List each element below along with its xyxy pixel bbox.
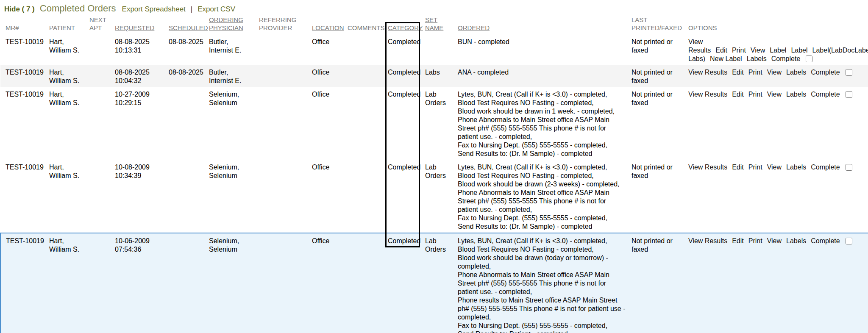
cell-last-printed-faxed: Not printed or faxed bbox=[629, 65, 686, 87]
cell-referring bbox=[256, 65, 309, 87]
ordered-item: Blood Test Requires NO Fasting - complet… bbox=[458, 172, 626, 180]
cell-set-name bbox=[423, 34, 455, 65]
column-header-ordering-physician[interactable]: ORDERING PHYSICIAN bbox=[206, 15, 256, 34]
cell-referring bbox=[256, 34, 309, 65]
column-header-label: REFERRING PROVIDER bbox=[259, 16, 296, 31]
hide-toggle-link[interactable]: Hide ( 7 ) bbox=[4, 5, 35, 14]
view-link[interactable]: View bbox=[751, 47, 765, 54]
ordered-item: Blood Test Requires NO Fasting - complet… bbox=[458, 99, 626, 107]
cell-patient: Hart, William S. bbox=[47, 34, 87, 65]
order-row[interactable]: TEST-10019Hart, William S.10-27-2009 10:… bbox=[0, 87, 868, 160]
column-header-ordered[interactable]: ORDERED bbox=[455, 15, 629, 34]
ordered-item: Fax to Nursing Dept. (555) 555-5555 - co… bbox=[458, 214, 626, 222]
cell-options: View ResultsEditPrintViewLabelLabelLabel… bbox=[686, 34, 868, 65]
edit-link[interactable]: Edit bbox=[732, 237, 744, 244]
complete-link[interactable]: Complete bbox=[811, 237, 840, 244]
edit-link[interactable]: Edit bbox=[732, 91, 744, 98]
column-header-category[interactable]: CATEGORY bbox=[385, 15, 423, 34]
view-link[interactable]: View bbox=[767, 69, 782, 76]
print-link[interactable]: Print bbox=[748, 91, 762, 98]
new-label-link[interactable]: New Label bbox=[710, 55, 742, 62]
column-header-label: MR# bbox=[6, 24, 19, 31]
ordered-item: Phone results to Main Street office ASAP… bbox=[458, 296, 626, 322]
labels-link[interactable]: Labels bbox=[786, 164, 806, 171]
export-links-divider: | bbox=[191, 5, 192, 14]
label-link[interactable]: Label bbox=[770, 47, 786, 54]
column-header-referring-provider: REFERRING PROVIDER bbox=[256, 15, 309, 34]
view-link[interactable]: View bbox=[767, 237, 782, 244]
cell-options: View ResultsEditPrintViewLabelsComplete bbox=[686, 160, 868, 233]
complete-checkbox[interactable] bbox=[846, 91, 852, 98]
view-results-link[interactable]: View Results bbox=[688, 237, 727, 244]
column-header-label[interactable]: SCHEDULED bbox=[169, 24, 208, 31]
ordered-item: Fax to Nursing Dept. (555) 555-5555 - co… bbox=[458, 141, 626, 150]
cell-last-printed-faxed: Not printed or faxed bbox=[629, 233, 686, 333]
complete-checkbox[interactable] bbox=[846, 69, 852, 76]
cell-ordered: Lytes, BUN, Creat (Call if K+ is <3.0) -… bbox=[455, 160, 629, 233]
export-csv-link[interactable]: Export CSV bbox=[198, 5, 235, 14]
edit-link[interactable]: Edit bbox=[732, 69, 744, 76]
column-header-label[interactable]: ORDERED bbox=[458, 24, 490, 31]
table-header-row: MR#PATIENTNEXT APTREQUESTEDSCHEDULEDORDE… bbox=[0, 15, 868, 34]
ordered-item: Lytes, BUN, Creat (Call if K+ is <3.0) -… bbox=[458, 163, 626, 172]
column-header-label[interactable]: ORDERING PHYSICIAN bbox=[209, 16, 243, 31]
column-header-label[interactable]: LOCATION bbox=[312, 24, 344, 31]
complete-link[interactable]: Complete bbox=[771, 55, 800, 62]
ordered-item: Phone Abnormals to Main Street office AS… bbox=[458, 189, 626, 214]
label-link[interactable]: Label bbox=[791, 47, 807, 54]
column-header-label[interactable]: SET NAME bbox=[425, 16, 443, 31]
completed-orders-table: MR#PATIENTNEXT APTREQUESTEDSCHEDULEDORDE… bbox=[0, 15, 868, 333]
order-row[interactable]: TEST-10019Hart, William S.08-08-2025 10:… bbox=[0, 34, 868, 65]
complete-link[interactable]: Complete bbox=[811, 69, 840, 76]
cell-category: Completed bbox=[385, 87, 423, 160]
cell-ordered: Lytes, BUN, Creat (Call if K+ is <3.0) -… bbox=[455, 233, 629, 333]
labels-link[interactable]: Labels bbox=[786, 237, 806, 244]
column-header-location[interactable]: LOCATION bbox=[309, 15, 345, 34]
view-results-link[interactable]: View Results bbox=[688, 164, 727, 171]
column-header-label[interactable]: CATEGORY bbox=[388, 24, 423, 31]
print-link[interactable]: Print bbox=[732, 47, 746, 54]
print-link[interactable]: Print bbox=[748, 237, 762, 244]
edit-link[interactable]: Edit bbox=[715, 47, 727, 54]
export-spreadsheet-link[interactable]: Export Spreadsheet bbox=[122, 5, 186, 14]
labels-link[interactable]: Labels bbox=[786, 91, 806, 98]
view-link[interactable]: View bbox=[767, 91, 782, 98]
complete-checkbox[interactable] bbox=[846, 238, 852, 244]
order-row[interactable]: TEST-10019Hart, William S.10-08-2009 10:… bbox=[0, 160, 868, 233]
edit-link[interactable]: Edit bbox=[732, 164, 744, 171]
column-header-label: OPTIONS bbox=[688, 24, 717, 31]
cell-ordered: ANA - completed bbox=[455, 65, 629, 87]
cell-set-name: Lab Orders bbox=[423, 160, 455, 233]
cell-requested: 10-08-2009 10:34:39 bbox=[112, 160, 166, 233]
column-header-set-name[interactable]: SET NAME bbox=[423, 15, 455, 34]
view-results-link[interactable]: View Results bbox=[688, 91, 727, 98]
complete-checkbox[interactable] bbox=[846, 164, 852, 171]
complete-link[interactable]: Complete bbox=[811, 91, 840, 98]
column-header-mr: MR# bbox=[0, 15, 47, 34]
order-row[interactable]: TEST-10019Hart, William S.08-08-2025 10:… bbox=[0, 65, 868, 87]
label-labdoclabel-link[interactable]: Label(LabDocLabel) bbox=[812, 47, 868, 54]
column-header-requested[interactable]: REQUESTED bbox=[112, 15, 166, 34]
labels-link[interactable]: Labels bbox=[747, 55, 767, 62]
column-header-label: NEXT APT bbox=[89, 16, 106, 31]
column-header-next-apt: NEXT APT bbox=[87, 15, 112, 34]
order-row[interactable]: TEST-10019Hart, William S.10-06-2009 07:… bbox=[0, 233, 868, 333]
complete-checkbox[interactable] bbox=[806, 56, 812, 62]
view-results-link[interactable]: View Results bbox=[688, 38, 711, 54]
column-header-label: COMMENTS bbox=[348, 24, 385, 31]
view-link[interactable]: View bbox=[767, 164, 782, 171]
ordered-item: Fax to Nursing Dept. (555) 555-5555 - co… bbox=[458, 322, 626, 330]
labels-link[interactable]: Labels bbox=[786, 69, 806, 76]
view-results-link[interactable]: View Results bbox=[688, 69, 727, 76]
column-header-scheduled[interactable]: SCHEDULED bbox=[166, 15, 206, 34]
cell-patient: Hart, William S. bbox=[47, 160, 87, 233]
cell-patient: Hart, William S. bbox=[47, 87, 87, 160]
complete-link[interactable]: Complete bbox=[811, 164, 840, 171]
print-link[interactable]: Print bbox=[748, 164, 762, 171]
cell-scheduled bbox=[166, 87, 206, 160]
column-header-label[interactable]: REQUESTED bbox=[115, 24, 154, 31]
cell-options: View ResultsEditPrintViewLabelsComplete bbox=[686, 65, 868, 87]
cell-location: Office bbox=[309, 233, 345, 333]
print-link[interactable]: Print bbox=[748, 69, 762, 76]
cell-comments bbox=[345, 233, 385, 333]
